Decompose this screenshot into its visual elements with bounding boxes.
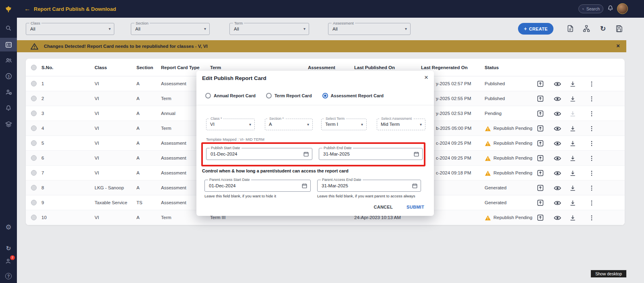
calendar-icon[interactable] <box>301 183 308 189</box>
row-select-circle[interactable] <box>31 155 37 161</box>
field-value: 01-Dec-2024 <box>209 180 235 191</box>
class-filter-select[interactable]: Class All <box>26 23 114 35</box>
row-select-circle[interactable] <box>31 81 37 86</box>
modal-assessment-select[interactable]: Select Assessment Mid Term <box>377 119 425 130</box>
publish-icon[interactable] <box>536 94 545 103</box>
row-select-circle[interactable] <box>31 140 37 146</box>
back-arrow-icon[interactable]: ← <box>24 5 31 12</box>
row-select-circle[interactable] <box>31 111 37 116</box>
app-logo-icon[interactable] <box>0 2 17 16</box>
view-icon[interactable] <box>553 199 561 207</box>
download-icon[interactable] <box>568 80 577 88</box>
kebab-menu-icon[interactable] <box>587 213 596 222</box>
row-select-circle[interactable] <box>31 200 37 205</box>
publish-icon[interactable] <box>536 109 545 118</box>
download-icon[interactable] <box>568 213 577 222</box>
radio-circle-icon[interactable] <box>322 93 328 98</box>
term-filter-select[interactable]: Term All <box>229 23 309 35</box>
sync-icon[interactable]: ↻ <box>0 241 17 255</box>
download-icon[interactable] <box>568 199 577 207</box>
download-icon[interactable] <box>568 154 577 162</box>
kebab-menu-icon[interactable] <box>587 94 596 103</box>
publish-end-date-field[interactable]: Publish End Date 31-Mar-2025 <box>319 148 423 160</box>
cancel-button[interactable]: CANCEL <box>374 205 393 209</box>
section-filter-select[interactable]: Section All <box>131 23 210 35</box>
view-icon[interactable] <box>553 169 561 177</box>
modal-term-select[interactable]: Select Term Term I <box>321 119 367 130</box>
download-icon[interactable] <box>568 169 577 177</box>
view-icon[interactable] <box>553 109 561 118</box>
submit-button[interactable]: SUBMIT <box>407 205 424 209</box>
assessment-filter-select[interactable]: Assessment All <box>328 23 411 35</box>
select-all-circle[interactable] <box>31 65 37 70</box>
view-icon[interactable] <box>553 124 561 133</box>
row-select-circle[interactable] <box>31 215 37 220</box>
settings-gear-icon[interactable]: ⚙ <box>0 220 17 234</box>
row-select-circle[interactable] <box>31 125 37 131</box>
modal-class-select[interactable]: Class * VI <box>206 119 255 130</box>
refresh-icon[interactable]: ↻ <box>599 24 607 33</box>
user-avatar[interactable] <box>617 3 628 14</box>
radio-circle-icon[interactable] <box>205 93 211 98</box>
kebab-menu-icon[interactable] <box>587 80 596 88</box>
show-desktop-tooltip[interactable]: Show desktop <box>590 270 627 278</box>
view-icon[interactable] <box>553 213 561 222</box>
download-icon[interactable] <box>568 109 577 118</box>
help-icon[interactable]: ? <box>0 269 17 283</box>
download-icon[interactable] <box>568 184 577 192</box>
view-icon[interactable] <box>553 154 561 162</box>
publish-icon[interactable] <box>536 169 545 177</box>
export-icon[interactable] <box>566 24 575 33</box>
publish-icon[interactable] <box>536 139 545 148</box>
save-icon[interactable] <box>615 24 623 33</box>
download-icon[interactable] <box>568 139 577 148</box>
calendar-icon[interactable] <box>413 151 419 157</box>
radio-term-report-card[interactable]: Term Report Card <box>266 93 312 98</box>
payroll-icon[interactable]: $ <box>0 85 17 99</box>
resources-icon[interactable] <box>0 117 17 131</box>
publish-icon[interactable] <box>536 124 545 133</box>
alerts-icon[interactable] <box>0 101 17 115</box>
view-icon[interactable] <box>553 94 561 103</box>
kebab-menu-icon[interactable] <box>587 124 596 133</box>
students-icon[interactable] <box>0 53 17 67</box>
kebab-menu-icon[interactable] <box>587 109 596 118</box>
hierarchy-icon[interactable] <box>582 24 591 33</box>
search-icon[interactable] <box>0 21 17 35</box>
global-search-input[interactable]: Search <box>578 4 603 13</box>
view-icon[interactable] <box>553 80 561 88</box>
row-select-circle[interactable] <box>31 96 37 101</box>
notifications-bell-icon[interactable] <box>607 5 614 13</box>
kebab-menu-icon[interactable] <box>587 169 596 177</box>
report-cards-icon[interactable] <box>0 38 17 51</box>
publish-icon[interactable] <box>536 80 545 88</box>
kebab-menu-icon[interactable] <box>587 184 596 192</box>
calendar-icon[interactable] <box>303 151 309 157</box>
radio-annual-report-card[interactable]: Annual Report Card <box>205 93 256 98</box>
calendar-icon[interactable] <box>412 183 418 189</box>
view-icon[interactable] <box>553 139 561 148</box>
parent-access-end-date-field[interactable]: Parent Access End Date 31-Mar-2025 <box>317 180 421 192</box>
view-icon[interactable] <box>553 184 561 192</box>
modal-section-select[interactable]: Section * A <box>265 119 313 130</box>
download-icon[interactable] <box>568 124 577 133</box>
row-select-circle[interactable] <box>31 170 37 176</box>
banner-close-icon[interactable]: × <box>616 42 620 49</box>
modal-close-icon[interactable]: × <box>424 74 428 82</box>
parent-access-start-date-field[interactable]: Parent Access Start Date 01-Dec-2024 <box>204 180 311 192</box>
publish-icon[interactable] <box>536 154 545 162</box>
radio-assessment-report-card[interactable]: Assessment Report Card <box>322 93 384 98</box>
create-button[interactable]: + CREATE <box>518 23 553 35</box>
publish-icon[interactable] <box>536 184 545 192</box>
publish-icon[interactable] <box>536 213 545 222</box>
kebab-menu-icon[interactable] <box>587 139 596 148</box>
download-icon[interactable] <box>568 94 577 103</box>
approvals-icon[interactable]: 2 <box>0 254 17 268</box>
fees-icon[interactable]: $ <box>0 69 17 83</box>
kebab-menu-icon[interactable] <box>587 154 596 162</box>
kebab-menu-icon[interactable] <box>587 199 596 207</box>
publish-icon[interactable] <box>536 199 545 207</box>
publish-start-date-field[interactable]: Publish Start Date 01-Dec-2024 <box>206 148 312 160</box>
row-select-circle[interactable] <box>31 185 37 191</box>
radio-circle-icon[interactable] <box>266 93 272 98</box>
